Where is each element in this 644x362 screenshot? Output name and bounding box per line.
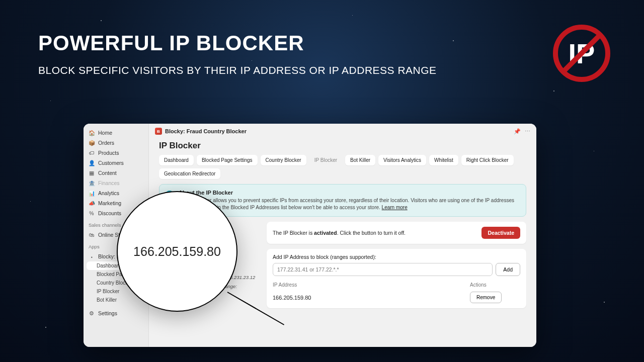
sidebar-item-label: Customers — [98, 160, 124, 166]
ip-input[interactable] — [273, 263, 493, 276]
tab-dashboard[interactable]: Dashboard — [159, 155, 194, 165]
table-header-actions: Actions — [470, 282, 520, 288]
blocky-app-icon: B — [155, 128, 162, 135]
sidebar-item-content[interactable]: ▦Content — [84, 168, 148, 178]
tab-geolocation-redirector[interactable]: Geolocation Redirector — [159, 168, 220, 179]
page-title: IP Blocker — [149, 139, 536, 155]
tab-right-click-blocker[interactable]: Right Click Blocker — [461, 155, 514, 165]
sidebar-item-orders[interactable]: 📦Orders — [84, 138, 148, 148]
remove-button[interactable]: Remove — [470, 292, 502, 303]
sidebar-item-products[interactable]: 🏷Products — [84, 148, 148, 158]
sidebar-item-analytics[interactable]: 📊Analytics — [84, 188, 148, 198]
analytics-icon: 📊 — [89, 190, 95, 196]
add-button[interactable]: Add — [496, 263, 520, 276]
sidebar-item-label: Settings — [98, 310, 117, 316]
sidebar-item-label: Marketing — [98, 200, 121, 206]
info-body: The IP Blocker allows you to prevent spe… — [179, 197, 520, 211]
app-name: Blocky: Fraud Country Blocker — [165, 128, 247, 134]
tabs: Dashboard Blocked Page Settings Country … — [149, 155, 536, 184]
sidebar-item-label: Orders — [98, 140, 114, 146]
tab-visitors-analytics[interactable]: Visitors Analytics — [378, 155, 426, 165]
sidebar-item-label: Home — [98, 130, 112, 136]
sidebar-item-finances[interactable]: 🏦Finances — [84, 178, 148, 188]
status-text: The IP Blocker is activated. Click the b… — [273, 230, 406, 236]
sidebar-item-label: Products — [98, 150, 119, 156]
gear-icon: ⚙ — [89, 310, 95, 316]
marketing-icon: 📣 — [89, 200, 95, 206]
tab-country-blocker[interactable]: Country Blocker — [261, 155, 306, 165]
customers-icon: 👤 — [89, 160, 95, 166]
content-icon: ▦ — [89, 170, 95, 176]
magnified-ip: 166.205.159.80 — [133, 244, 221, 259]
topbar: B Blocky: Fraud Country Blocker 📌 ⋯ — [149, 124, 536, 139]
learn-more-link[interactable]: Learn more — [382, 205, 408, 210]
app-icon: ⬩ — [89, 253, 95, 259]
sidebar-item-label: Finances — [98, 180, 120, 186]
finances-icon: 🏦 — [89, 180, 95, 186]
tab-blocked-page[interactable]: Blocked Page Settings — [197, 155, 258, 165]
products-icon: 🏷 — [89, 150, 95, 156]
sidebar-item-settings[interactable]: ⚙Settings — [84, 308, 148, 318]
table-header-ip: IP Address — [273, 282, 470, 288]
store-icon: 🛍 — [89, 232, 95, 238]
sidebar-item-label: Analytics — [98, 190, 119, 196]
table-row: 166.205.159.80 Remove — [273, 292, 520, 303]
orders-icon: 📦 — [89, 140, 95, 146]
add-ip-card: Add IP Address to block (ranges supporte… — [267, 249, 526, 308]
magnifier-lens: 166.205.159.80 — [117, 191, 237, 312]
sidebar-item-customers[interactable]: 👤Customers — [84, 158, 148, 168]
sidebar-item-label: Content — [98, 170, 117, 176]
hero-subtitle: BLOCK SPECIFIC VISITORS BY THEIR IP ADDR… — [38, 64, 437, 76]
status-card: The IP Blocker is activated. Click the b… — [267, 222, 526, 244]
info-title: About the IP Blocker — [179, 190, 520, 196]
tab-bot-killer[interactable]: Bot Killer — [345, 155, 375, 165]
more-icon[interactable]: ⋯ — [525, 128, 530, 135]
sidebar-item-home[interactable]: 🏠Home — [84, 128, 148, 138]
ip-cell: 166.205.159.80 — [273, 295, 470, 301]
deactivate-button[interactable]: Deactivate — [481, 227, 520, 239]
ip-block-badge-icon: IP — [551, 23, 612, 83]
hero-title: POWERFUL IP BLOCKER — [38, 31, 437, 55]
pin-icon[interactable]: 📌 — [514, 128, 521, 135]
sidebar-item-label: Discounts — [98, 210, 121, 216]
home-icon: 🏠 — [89, 130, 95, 136]
add-ip-label: Add IP Address to block (ranges supporte… — [273, 254, 520, 260]
tab-ip-blocker[interactable]: IP Blocker — [309, 155, 342, 165]
tab-whitelist[interactable]: Whitelist — [429, 155, 458, 165]
discounts-icon: % — [89, 210, 95, 216]
hero: POWERFUL IP BLOCKER BLOCK SPECIFIC VISIT… — [38, 31, 437, 76]
